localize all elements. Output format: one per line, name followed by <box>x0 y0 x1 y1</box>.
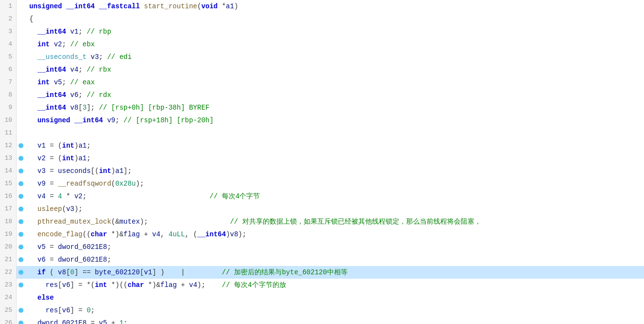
breakpoint-dot <box>19 207 23 211</box>
breakpoint-area[interactable] <box>17 25 25 38</box>
code-text: v3 = useconds[(int)a1]; <box>25 165 644 177</box>
breakpoint-area[interactable] <box>17 203 25 215</box>
code-line: 2{ <box>0 13 644 25</box>
code-line: 9 __int64 v8[3]; // [rsp+0h] [rbp-38h] B… <box>0 101 644 114</box>
breakpoint-area[interactable] <box>17 266 25 279</box>
breakpoint-dot <box>19 194 23 199</box>
code-line: 22 if ( v8[0] == byte_602120[v1] ) | // … <box>0 266 644 279</box>
breakpoint-area[interactable] <box>17 228 25 241</box>
code-line: 16 v4 = 4 * v2; // 每次4个字节 <box>0 190 644 203</box>
breakpoint-area[interactable] <box>17 51 25 63</box>
line-number: 16 <box>0 190 17 203</box>
line-number: 1 <box>0 0 17 13</box>
code-text: res[v6] = *(int *)((char *)&flag + v4); … <box>25 279 644 291</box>
code-line: 17 usleep(v3); <box>0 203 644 215</box>
line-number: 9 <box>0 101 17 114</box>
breakpoint-area[interactable] <box>17 139 25 152</box>
code-text: int v2; // ebx <box>25 38 644 51</box>
code-text: else <box>25 291 644 304</box>
line-number: 26 <box>0 317 17 324</box>
code-line: 18 pthread_mutex_lock(&mutex); // 对共享的数据… <box>0 215 644 228</box>
breakpoint-area[interactable] <box>17 89 25 101</box>
breakpoint-area[interactable] <box>17 38 25 51</box>
code-text: pthread_mutex_lock(&mutex); // 对共享的数据上锁，… <box>25 215 644 228</box>
code-text: v5 = dword_6021E8; <box>25 241 644 253</box>
code-text: unsigned __int64 __fastcall start_routin… <box>25 0 644 13</box>
breakpoint-area[interactable] <box>17 317 25 324</box>
line-number: 11 <box>0 127 17 139</box>
breakpoint-dot <box>19 169 23 173</box>
code-text: v6 = dword_6021E8; <box>25 253 644 266</box>
code-line: 10 unsigned __int64 v9; // [rsp+18h] [rb… <box>0 114 644 127</box>
code-line: 21 v6 = dword_6021E8; <box>0 253 644 266</box>
breakpoint-dot <box>19 219 23 224</box>
code-text: v2 = (int)a1; <box>25 152 644 165</box>
breakpoint-area[interactable] <box>17 190 25 203</box>
code-text: __int64 v4; // rbx <box>25 63 644 76</box>
line-number: 23 <box>0 279 17 291</box>
code-text: encode_flag((char *)&flag + v4, 4uLL, (_… <box>25 228 644 241</box>
breakpoint-dot <box>19 245 23 249</box>
line-number: 18 <box>0 215 17 228</box>
code-text: __int64 v1; // rbp <box>25 25 644 38</box>
breakpoint-area[interactable] <box>17 101 25 114</box>
breakpoint-area[interactable] <box>17 152 25 165</box>
breakpoint-area[interactable] <box>17 304 25 317</box>
code-text: __int64 v8[3]; // [rsp+0h] [rbp-38h] BYR… <box>25 101 644 114</box>
breakpoint-area[interactable] <box>17 253 25 266</box>
code-line: 13 v2 = (int)a1; <box>0 152 644 165</box>
code-line: 8 __int64 v6; // rdx <box>0 89 644 101</box>
breakpoint-area[interactable] <box>17 76 25 89</box>
line-number: 19 <box>0 228 17 241</box>
line-number: 4 <box>0 38 17 51</box>
code-text: v1 = (int)a1; <box>25 139 644 152</box>
breakpoint-dot <box>19 257 23 262</box>
code-line: 14 v3 = useconds[(int)a1]; <box>0 165 644 177</box>
line-number: 2 <box>0 13 17 25</box>
line-number: 24 <box>0 291 17 304</box>
code-line: 12 v1 = (int)a1; <box>0 139 644 152</box>
code-container: 1unsigned __int64 __fastcall start_routi… <box>0 0 644 324</box>
breakpoint-area[interactable] <box>17 215 25 228</box>
code-text: { <box>25 13 644 25</box>
line-number: 10 <box>0 114 17 127</box>
breakpoint-dot <box>19 232 23 237</box>
breakpoint-dot <box>19 283 23 287</box>
code-line: 7 int v5; // eax <box>0 76 644 89</box>
breakpoint-area[interactable] <box>17 241 25 253</box>
code-line: 15 v9 = __readfsqword(0x28u); <box>0 177 644 190</box>
breakpoint-dot <box>19 321 23 324</box>
code-text: __int64 v6; // rdx <box>25 89 644 101</box>
code-lines: 1unsigned __int64 __fastcall start_routi… <box>0 0 644 324</box>
code-line: 19 encode_flag((char *)&flag + v4, 4uLL,… <box>0 228 644 241</box>
code-line: 4 int v2; // ebx <box>0 38 644 51</box>
breakpoint-area[interactable] <box>17 165 25 177</box>
breakpoint-area[interactable] <box>17 114 25 127</box>
breakpoint-area[interactable] <box>17 0 25 13</box>
line-number: 15 <box>0 177 17 190</box>
breakpoint-area[interactable] <box>17 13 25 25</box>
code-line: 26 dword_6021E8 = v5 + 1; <box>0 317 644 324</box>
breakpoint-area[interactable] <box>17 127 25 139</box>
code-line: 24 else <box>0 291 644 304</box>
code-line: 1unsigned __int64 __fastcall start_routi… <box>0 0 644 13</box>
breakpoint-area[interactable] <box>17 177 25 190</box>
line-number: 8 <box>0 89 17 101</box>
breakpoint-area[interactable] <box>17 63 25 76</box>
line-number: 21 <box>0 253 17 266</box>
code-text: v9 = __readfsqword(0x28u); <box>25 177 644 190</box>
breakpoint-dot <box>19 143 23 148</box>
breakpoint-dot <box>19 156 23 161</box>
breakpoint-area[interactable] <box>17 291 25 304</box>
line-number: 20 <box>0 241 17 253</box>
code-text: __useconds_t v3; // edi <box>25 51 644 63</box>
code-text: unsigned __int64 v9; // [rsp+18h] [rbp-2… <box>25 114 644 127</box>
code-text <box>25 127 644 139</box>
code-line: 20 v5 = dword_6021E8; <box>0 241 644 253</box>
breakpoint-dot <box>19 270 23 275</box>
code-line: 11 <box>0 127 644 139</box>
code-line: 23 res[v6] = *(int *)((char *)&flag + v4… <box>0 279 644 291</box>
breakpoint-dot <box>19 308 23 313</box>
breakpoint-area[interactable] <box>17 279 25 291</box>
code-text: int v5; // eax <box>25 76 644 89</box>
